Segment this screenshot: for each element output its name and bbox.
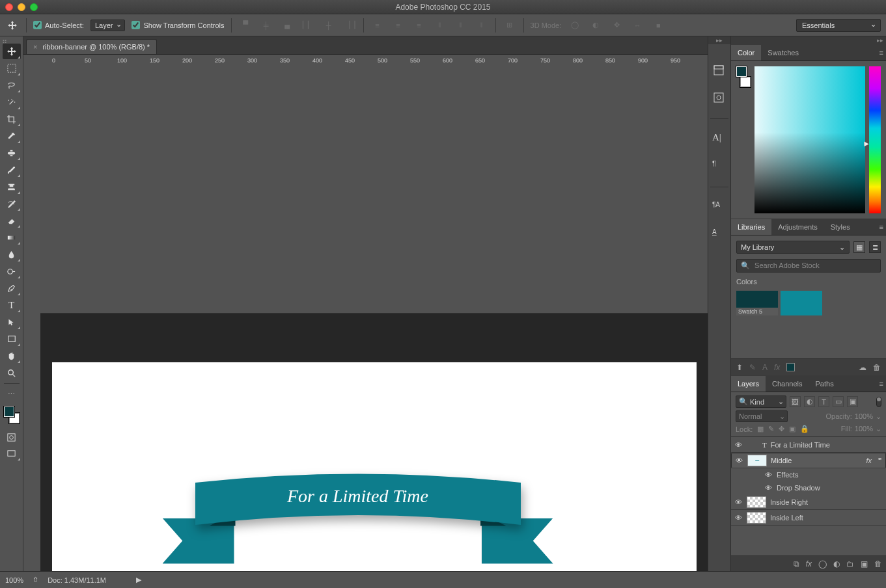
tab-swatches[interactable]: Swatches <box>761 45 805 60</box>
character-styles-panel-icon[interactable]: ¶A <box>712 200 727 215</box>
distribute-right-icon[interactable]: ⦀ <box>475 18 489 33</box>
doc-info-menu-icon[interactable]: ▶ <box>136 576 141 584</box>
3d-roll-icon[interactable]: ◐ <box>588 18 603 33</box>
path-selection-tool[interactable] <box>3 314 21 330</box>
dodge-tool[interactable] <box>3 263 21 279</box>
new-layer-icon[interactable]: ▣ <box>861 559 868 568</box>
paragraph-styles-panel-icon[interactable]: A <box>712 228 727 242</box>
edit-toolbar-icon[interactable]: ⋯ <box>3 386 21 402</box>
filter-shape-icon[interactable]: ▭ <box>833 396 844 407</box>
eyedropper-tool[interactable] <box>3 128 21 144</box>
expand-panels-icon[interactable]: ▸▸ <box>708 36 730 44</box>
library-swatch-2[interactable] <box>781 291 822 315</box>
magic-wand-tool[interactable] <box>3 94 21 110</box>
3d-orbit-icon[interactable]: ◯ <box>568 18 582 33</box>
marquee-tool[interactable] <box>3 60 21 76</box>
type-tool[interactable]: T <box>3 297 21 313</box>
layer-effects-row[interactable]: 👁 Effects <box>731 468 886 481</box>
color-fg-bg-swatch[interactable] <box>736 66 751 87</box>
layer-mask-icon[interactable]: ◯ <box>818 559 827 568</box>
library-swatch-1[interactable]: Swatch 5 <box>736 291 778 315</box>
layer-thumbnail[interactable] <box>747 512 766 524</box>
library-select[interactable]: My Library <box>736 241 850 254</box>
align-bottom-icon[interactable]: ▗▖ <box>280 18 294 33</box>
align-left-icon[interactable]: ▏▏ <box>301 18 315 33</box>
3d-scale-icon[interactable]: ■ <box>651 18 665 33</box>
tab-adjustments[interactable]: Adjustments <box>771 219 824 235</box>
lock-position-icon[interactable]: ✥ <box>779 425 784 433</box>
layer-row[interactable]: 👁 Inside Right <box>731 494 886 510</box>
distribute-hcenter-icon[interactable]: ⦀ <box>454 18 468 33</box>
collapse-effects-icon[interactable]: ⌃ <box>877 457 883 465</box>
visibility-icon[interactable]: 👁 <box>734 498 743 506</box>
filter-pixel-icon[interactable]: 🖼 <box>790 396 801 407</box>
lock-transparent-icon[interactable]: ▩ <box>757 425 764 433</box>
layer-thumbnail[interactable]: ~ <box>747 455 767 466</box>
adjustment-layer-icon[interactable]: ◐ <box>833 559 840 568</box>
paragraph-panel-icon[interactable]: ¶ <box>712 159 727 174</box>
tab-paths[interactable]: Paths <box>809 376 840 392</box>
auto-align-icon[interactable]: ⊞ <box>503 18 517 33</box>
search-stock-input[interactable]: 🔍 Search Adobe Stock <box>736 259 881 273</box>
gradient-tool[interactable] <box>3 230 21 245</box>
align-hcenter-icon[interactable]: ┼ <box>322 18 336 33</box>
lock-all-icon[interactable]: 🔒 <box>800 425 809 433</box>
show-transform-checkbox[interactable]: Show Transform Controls <box>132 21 224 29</box>
auto-select-checkbox[interactable]: Auto-Select: <box>33 21 84 29</box>
clone-stamp-tool[interactable] <box>3 179 21 194</box>
brush-tool[interactable] <box>3 162 21 178</box>
minimize-window-icon[interactable] <box>18 3 25 11</box>
auto-select-target-select[interactable]: Layer <box>90 20 126 31</box>
panel-grip-icon[interactable]: ⠿ <box>2 39 21 43</box>
distribute-left-icon[interactable]: ⦀ <box>433 18 447 33</box>
color-swatches[interactable] <box>3 405 21 425</box>
history-panel-icon[interactable] <box>712 64 727 78</box>
hand-tool[interactable] <box>3 348 21 364</box>
horizontal-ruler[interactable]: 0501001502002503003504004505005506006507… <box>40 55 708 314</box>
history-brush-tool[interactable] <box>3 196 21 211</box>
filter-smart-icon[interactable]: ▣ <box>847 396 858 407</box>
opacity-input[interactable]: 100% <box>855 412 873 421</box>
cloud-upload-icon[interactable]: ⬆ <box>736 363 743 372</box>
collapse-panels-icon[interactable]: ▸▸ <box>731 36 886 44</box>
color-field[interactable]: ▶ <box>754 66 865 213</box>
visibility-icon[interactable]: 👁 <box>734 441 743 449</box>
layer-style-icon[interactable]: fx <box>806 559 812 568</box>
align-vcenter-icon[interactable]: ╪ <box>259 18 273 33</box>
close-tab-icon[interactable]: × <box>33 43 37 51</box>
visibility-icon[interactable]: 👁 <box>764 471 773 479</box>
delete-library-item-icon[interactable]: 🗑 <box>873 363 881 372</box>
zoom-tool[interactable] <box>3 365 21 381</box>
tab-color[interactable]: Color <box>731 45 761 60</box>
visibility-icon[interactable]: 👁 <box>734 514 743 522</box>
chevron-down-icon[interactable]: ⌄ <box>876 412 881 421</box>
group-layers-icon[interactable]: 🗀 <box>846 559 854 568</box>
quick-mask-icon[interactable] <box>3 429 21 445</box>
lock-artboard-icon[interactable]: ▣ <box>789 425 796 433</box>
crop-tool[interactable] <box>3 111 21 127</box>
distribute-vcenter-icon[interactable]: ≡ <box>391 18 406 33</box>
workspace-select[interactable]: Essentials <box>796 19 881 32</box>
libraries-panel-menu-icon[interactable]: ≡ <box>879 223 883 231</box>
chevron-down-icon[interactable]: ⌄ <box>876 425 881 433</box>
rectangle-tool[interactable] <box>3 331 21 347</box>
properties-panel-icon[interactable] <box>712 91 727 105</box>
add-character-style-icon[interactable]: A <box>762 363 768 372</box>
pen-tool[interactable] <box>3 280 21 296</box>
move-tool[interactable] <box>3 44 21 59</box>
list-view-icon[interactable]: ≣ <box>869 241 881 253</box>
document-tab[interactable]: × ribbon-banner @ 100% (RGB/8) * <box>26 39 157 54</box>
add-layer-style-icon[interactable]: fx <box>774 363 780 372</box>
layer-row[interactable]: 👁 Inside Left <box>731 510 886 526</box>
screen-mode-icon[interactable] <box>3 446 21 461</box>
lock-image-icon[interactable]: ✎ <box>768 425 774 433</box>
align-top-icon[interactable]: ▝▘ <box>238 18 253 33</box>
document-info[interactable]: Doc: 1.43M/11.1M <box>48 576 106 584</box>
distribute-top-icon[interactable]: ≡ <box>370 18 385 33</box>
3d-pan-icon[interactable]: ✥ <box>609 18 624 33</box>
grid-view-icon[interactable]: ▦ <box>853 241 865 253</box>
libraries-sync-icon[interactable]: ☁ <box>859 363 866 372</box>
filter-type-icon[interactable]: T <box>818 396 829 407</box>
lasso-tool[interactable] <box>3 77 21 93</box>
tab-libraries[interactable]: Libraries <box>731 219 771 235</box>
